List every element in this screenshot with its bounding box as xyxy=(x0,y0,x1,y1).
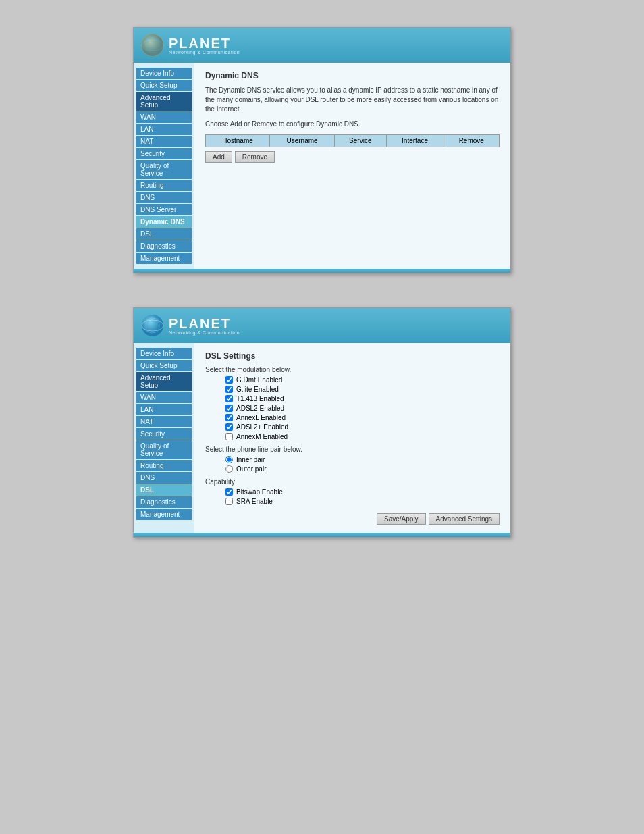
checkbox-annexm-input[interactable] xyxy=(225,433,233,440)
checkbox-adsl2plus-label: ADSL2+ Enabled xyxy=(236,423,288,431)
action-buttons: Add Remove xyxy=(205,151,500,163)
checkbox-glite[interactable]: G.lite Enabled xyxy=(225,386,500,393)
panel-body-2: Device Info Quick Setup Advanced Setup W… xyxy=(134,343,510,533)
sidebar-item-dynamic-dns[interactable]: Dynamic DNS xyxy=(136,216,192,228)
sidebar2-lan[interactable]: LAN xyxy=(136,404,192,415)
radio-inner-label: Inner pair xyxy=(236,456,265,463)
sidebar2-nat[interactable]: NAT xyxy=(136,416,192,427)
dsl-section-title: DSL Settings xyxy=(205,351,500,361)
planet-logo: PLANET Networking & Communication xyxy=(140,33,240,57)
checkbox-bitswap-input[interactable] xyxy=(225,488,233,496)
checkbox-bitswap[interactable]: Bitswap Enable xyxy=(225,488,500,496)
radio-outer-pair[interactable]: Outer pair xyxy=(225,465,500,473)
checkbox-adsl2plus[interactable]: ADSL2+ Enabled xyxy=(225,423,500,431)
checkbox-sra-label: SRA Enable xyxy=(236,498,273,505)
add-button[interactable]: Add xyxy=(205,151,232,163)
panel-footer xyxy=(134,269,510,273)
panel-header-2: PLANET Networking & Communication xyxy=(134,308,510,343)
checkbox-gdmt-label: G.Dmt Enabled xyxy=(236,376,282,384)
checkbox-bitswap-label: Bitswap Enable xyxy=(236,488,283,496)
panel-body: Device Info Quick Setup Advanced Setup W… xyxy=(134,63,510,269)
planet-logo-text: PLANET xyxy=(169,36,240,50)
sidebar2-device-info[interactable]: Device Info xyxy=(136,348,192,359)
checkbox-gdmt[interactable]: G.Dmt Enabled xyxy=(225,376,500,384)
checkbox-annexm-label: AnnexM Enabled xyxy=(236,433,288,440)
sidebar-item-dns-server[interactable]: DNS Server xyxy=(136,204,192,215)
sidebar: Device Info Quick Setup Advanced Setup W… xyxy=(134,63,194,269)
section-title: Dynamic DNS xyxy=(205,71,500,80)
sidebar-item-device-info[interactable]: Device Info xyxy=(136,68,192,79)
sidebar2-dsl[interactable]: DSL xyxy=(136,484,192,496)
bottom-buttons: Save/Apply Advanced Settings xyxy=(205,513,500,525)
capability-label: Capability xyxy=(205,478,500,486)
description-1: The Dynamic DNS service allows you to al… xyxy=(205,86,500,114)
col-username: Username xyxy=(270,135,335,147)
checkbox-adsl2plus-input[interactable] xyxy=(225,423,233,431)
checkbox-adsl2[interactable]: ADSL2 Enabled xyxy=(225,405,500,412)
checkbox-annexl[interactable]: AnnexL Enabled xyxy=(225,414,500,421)
checkbox-sra-input[interactable] xyxy=(225,498,233,505)
sidebar-item-lan[interactable]: LAN xyxy=(136,124,192,135)
sidebar-item-wan[interactable]: WAN xyxy=(136,111,192,123)
panel-header: PLANET Networking & Communication xyxy=(134,28,510,63)
main-content: Dynamic DNS The Dynamic DNS service allo… xyxy=(194,63,510,269)
planet-logo-text-2: PLANET xyxy=(169,317,240,330)
sidebar-item-diagnostics[interactable]: Diagnostics xyxy=(136,240,192,252)
planet-brand-2: PLANET Networking & Communication xyxy=(169,317,240,335)
panel-footer-2 xyxy=(134,533,510,537)
sidebar-item-nat[interactable]: NAT xyxy=(136,136,192,147)
checkbox-t1413-label: T1.413 Enabled xyxy=(236,395,284,402)
panel-dsl-settings: PLANET Networking & Communication Device… xyxy=(133,307,511,538)
panel-dynamic-dns: PLANET Networking & Communication Device… xyxy=(133,27,511,273)
sidebar-item-advanced-setup[interactable]: Advanced Setup xyxy=(136,92,192,111)
radio-outer-input[interactable] xyxy=(225,465,233,473)
svg-point-2 xyxy=(142,34,163,56)
sidebar2-routing[interactable]: Routing xyxy=(136,460,192,471)
phone-radio-group: Inner pair Outer pair xyxy=(225,456,500,473)
radio-inner-pair[interactable]: Inner pair xyxy=(225,456,500,463)
advanced-settings-button[interactable]: Advanced Settings xyxy=(429,513,500,525)
sidebar-item-routing[interactable]: Routing xyxy=(136,180,192,191)
radio-inner-input[interactable] xyxy=(225,456,233,463)
checkbox-annexl-label: AnnexL Enabled xyxy=(236,414,286,421)
dns-table: Hostname Username Service Interface Remo… xyxy=(205,134,500,147)
sidebar2-wan[interactable]: WAN xyxy=(136,392,192,403)
sidebar2-advanced-setup[interactable]: Advanced Setup xyxy=(136,372,192,391)
checkbox-glite-label: G.lite Enabled xyxy=(236,386,279,393)
modulation-checkboxes: G.Dmt Enabled G.lite Enabled T1.413 Enab… xyxy=(225,376,500,440)
main-content-2: DSL Settings Select the modulation below… xyxy=(194,343,510,533)
description-2: Choose Add or Remove to configure Dynami… xyxy=(205,120,500,129)
radio-outer-label: Outer pair xyxy=(236,465,266,473)
checkbox-t1413[interactable]: T1.413 Enabled xyxy=(225,395,500,402)
checkbox-glite-input[interactable] xyxy=(225,386,233,393)
sidebar2-management[interactable]: Management xyxy=(136,509,192,520)
planet-brand: PLANET Networking & Communication xyxy=(169,36,240,55)
sidebar-2: Device Info Quick Setup Advanced Setup W… xyxy=(134,343,194,533)
sidebar-item-dsl[interactable]: DSL xyxy=(136,228,192,240)
sidebar2-security[interactable]: Security xyxy=(136,428,192,440)
planet-logo-subtitle: Networking & Communication xyxy=(169,50,240,55)
sidebar2-quick-setup[interactable]: Quick Setup xyxy=(136,360,192,371)
sidebar-item-security[interactable]: Security xyxy=(136,148,192,159)
sidebar-item-management[interactable]: Management xyxy=(136,253,192,264)
sidebar-item-qos[interactable]: Quality of Service xyxy=(136,160,192,179)
sidebar2-dns[interactable]: DNS xyxy=(136,472,192,484)
phone-label: Select the phone line pair below. xyxy=(205,446,500,453)
checkbox-adsl2-input[interactable] xyxy=(225,405,233,412)
save-apply-button[interactable]: Save/Apply xyxy=(377,513,426,525)
col-interface: Interface xyxy=(386,135,444,147)
checkbox-gdmt-input[interactable] xyxy=(225,376,233,384)
sidebar-item-quick-setup[interactable]: Quick Setup xyxy=(136,80,192,91)
planet-logo-2: PLANET Networking & Communication xyxy=(140,313,240,338)
sidebar2-diagnostics[interactable]: Diagnostics xyxy=(136,496,192,508)
col-hostname: Hostname xyxy=(206,135,270,147)
remove-button[interactable]: Remove xyxy=(235,151,275,163)
sidebar-item-dns[interactable]: DNS xyxy=(136,192,192,203)
checkbox-sra[interactable]: SRA Enable xyxy=(225,498,500,505)
checkbox-annexm[interactable]: AnnexM Enabled xyxy=(225,433,500,440)
checkbox-t1413-input[interactable] xyxy=(225,395,233,402)
planet-globe-icon xyxy=(140,33,165,57)
checkbox-annexl-input[interactable] xyxy=(225,414,233,421)
capability-checkboxes: Bitswap Enable SRA Enable xyxy=(225,488,500,505)
sidebar2-qos[interactable]: Quality of Service xyxy=(136,440,192,459)
